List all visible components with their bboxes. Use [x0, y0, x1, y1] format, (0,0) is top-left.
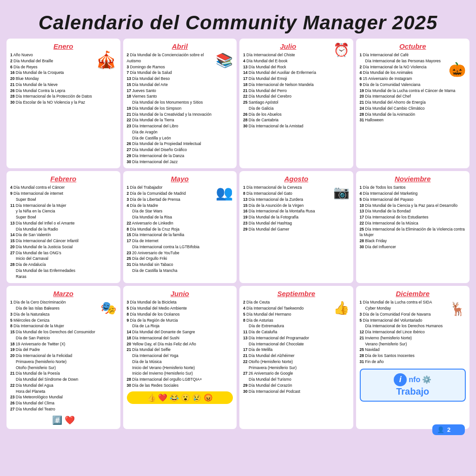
hashtag-icon: #️⃣: [52, 416, 62, 425]
month-title-abril: Abril: [127, 42, 233, 50]
month-diciembre: Diciembre 🦌 1 Día Mundial de la Lucha co…: [356, 286, 470, 429]
month-title-septiembre: Septiembre: [243, 290, 350, 298]
gear-icon: ⚙️: [422, 375, 431, 384]
month-content-julio: 1 Día Internacional del Chiste 4 Día Mun…: [243, 52, 350, 129]
month-content-marzo: 1 Día de la Cero Discriminación Día de l…: [10, 299, 117, 412]
month-junio: Junio 3 Día Mundial de la Bicicleta 5 Dí…: [123, 286, 237, 429]
month-enero: Enero 🎪 1 Año Nuevo 2 Día Mundial del Br…: [7, 39, 120, 168]
month-febrero: Febrero 4 Día Mundial contra el Cáncer 9…: [7, 171, 120, 283]
month-title-junio: Junio: [127, 290, 233, 298]
trabajo-text: Trabajo: [364, 386, 462, 397]
month-title-noviembre: Noviembre: [360, 175, 466, 183]
month-content-junio: 3 Día Mundial de la Bicicleta 5 Día Mund…: [127, 299, 233, 388]
month-title-febrero: Febrero: [10, 175, 117, 183]
month-noviembre: Noviembre 1 Día de Todos los Santos 4 Dí…: [356, 171, 470, 283]
month-content-noviembre: 1 Día de Todos los Santos 4 Día Internac…: [360, 185, 466, 250]
month-title-diciembre: Diciembre: [360, 290, 466, 298]
followers-badge: 👤 2: [432, 424, 465, 435]
month-septiembre: Septiembre 👍 2 Día de Ceuta 4 Día Intern…: [239, 286, 353, 429]
info-i-icon: i: [394, 373, 407, 386]
emoji-reactions-bar: 👍 ❤️ 😂 😮 😢 😡: [127, 391, 233, 404]
month-octubre: Octubre 🎃 1 Día Internacional del Café D…: [356, 39, 470, 168]
month-title-marzo: Marzo: [10, 290, 117, 298]
calendar-grid: Enero 🎪 1 Año Nuevo 2 Día Mundial del Br…: [5, 39, 471, 434]
month-abril: Abril 📚 2 Día Mundial de la Concienciaci…: [123, 39, 237, 168]
page-title: Calendario del Community Manager 2025: [5, 5, 471, 39]
month-mayo: Mayo 👥 1 Día del Trabajador 2 Día de la …: [123, 171, 237, 283]
month-julio: ⏰ Julio 1 Día Internacional del Chiste 4…: [239, 39, 353, 168]
month-content-abril: 2 Día Mundial de la Concienciación sobre…: [127, 52, 233, 165]
heart-icon: ❤️: [65, 416, 75, 425]
month-content-febrero: 4 Día Mundial contra el Cáncer 9 Día Int…: [10, 185, 117, 279]
month-marzo: Marzo 🎭 1 Día de la Cero Discriminación …: [7, 286, 120, 429]
month-title-agosto: Agosto: [243, 175, 350, 183]
month-title-mayo: Mayo: [127, 175, 233, 183]
followers-count: 2: [447, 426, 450, 433]
month-title-enero: Enero: [10, 42, 117, 50]
person-icon: 👤: [437, 426, 444, 433]
month-title-octubre: Octubre: [360, 42, 466, 50]
month-agosto: Agosto 📷 1 Día Internacional de la Cerve…: [239, 171, 353, 283]
info-nfo-text: nfo: [409, 376, 420, 384]
infotrabajo-logo-box: i nfo ⚙️ Trabajo: [360, 369, 466, 402]
